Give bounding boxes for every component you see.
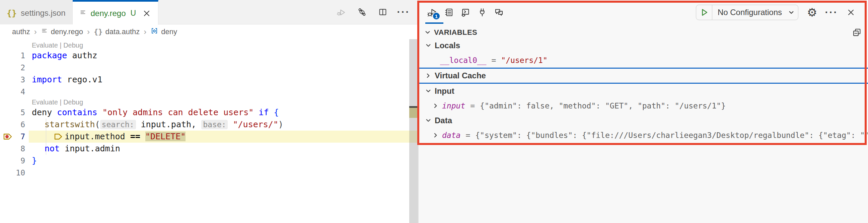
variable-__local0__[interactable]: __local0__="/users/1" [418, 53, 868, 68]
debug-console-icon[interactable] [460, 6, 471, 19]
variables-section-header[interactable]: VARIABLES [423, 28, 862, 37]
code-line-content[interactable]: deny contains "only admins can delete us… [32, 106, 279, 119]
line-number[interactable]: 3 [0, 74, 25, 86]
braces-json-icon: {} [7, 8, 17, 18]
line-number[interactable]: 8 [0, 142, 25, 155]
compare-changes-icon[interactable] [356, 6, 368, 18]
more-actions-icon[interactable]: ··· [398, 6, 409, 18]
code-line-content[interactable]: } [32, 155, 37, 167]
symbol-object-icon [150, 27, 158, 37]
line-number[interactable]: 7 [0, 131, 25, 142]
close-panel-icon[interactable] [845, 6, 857, 19]
code-token: { [274, 107, 279, 117]
codelens-debug-link[interactable]: Debug [63, 41, 83, 49]
settings-gear-icon[interactable]: ⚙ [806, 6, 818, 19]
split-editor-icon[interactable] [377, 6, 389, 18]
code-token: "/users/" [233, 120, 278, 129]
code-token: input.admin [60, 144, 120, 153]
equals-sign: = [491, 56, 496, 65]
code-token [228, 120, 233, 129]
breadcrumb-label: data.authz [105, 28, 140, 36]
tab-deny.rego[interactable]: deny.regoU [73, 0, 159, 25]
code-token: package [32, 51, 67, 60]
code-token: "only admins can delete users" [102, 107, 254, 117]
editor-group: {}settings.jsondeny.regoU ··· authz›deny… [0, 0, 418, 223]
overview-ruler-breakpoint-marker [409, 108, 418, 118]
line-number[interactable]: 2 [0, 62, 25, 74]
code-token: base: [201, 120, 228, 129]
code-token: contains [57, 107, 97, 117]
variable-name: input [442, 101, 465, 110]
debug-configuration-dropdown[interactable]: No Configurations [712, 8, 785, 17]
debug-launch-group: No Configurations [696, 5, 798, 20]
breadcrumb-separator: › [144, 27, 146, 36]
variable-data[interactable]: data={"system": {"bundles": {"file:///Us… [418, 128, 868, 142]
output-icon[interactable] [443, 6, 455, 19]
variable-value: {"system": {"bundles": {"file:///Users/c… [475, 131, 868, 139]
code-token [140, 132, 145, 141]
collapse-all-icon[interactable] [852, 28, 862, 37]
code-line-content[interactable]: input.method == "DELETE" [32, 131, 186, 142]
code-line-8: 8not input.admin [0, 142, 418, 155]
breadcrumb-item-data.authz[interactable]: {}data.authz [94, 28, 140, 36]
codelens-debug-link[interactable]: Debug [63, 98, 83, 106]
codelens: Evaluate | Debug [0, 98, 418, 106]
ports-icon[interactable] [476, 6, 488, 19]
variables-scope-input[interactable]: Input [418, 84, 868, 98]
variables-scope-virtual-cache[interactable]: Virtual Cache [418, 68, 868, 84]
variables-tree: Locals__local0__="/users/1"Virtual Cache… [418, 38, 868, 142]
variable-input[interactable]: input={"admin": false, "method": "GET", … [418, 98, 868, 113]
close-tab-icon[interactable] [142, 9, 151, 18]
line-number[interactable]: 5 [0, 106, 25, 119]
code-line-content[interactable]: not input.admin [32, 142, 120, 155]
run-and-debug-icon[interactable]: 1 [426, 6, 438, 19]
line-number[interactable]: 4 [0, 86, 25, 98]
code-line-content[interactable]: startswith(search: input.path, base: "/u… [32, 119, 283, 131]
code-line-content[interactable]: package authz [32, 50, 97, 62]
breadcrumb-item-deny[interactable]: deny [150, 27, 177, 37]
tabs: {}settings.jsondeny.regoU [0, 0, 158, 25]
code-line-7: 7input.method == "DELETE" [0, 131, 418, 142]
codelens-separator: | [58, 98, 63, 106]
chevron-down-icon [424, 116, 433, 125]
codelens-evaluate-link[interactable]: Evaluate [32, 41, 58, 49]
code-token: rego.v1 [62, 75, 102, 84]
chevron-down-icon [424, 87, 433, 95]
start-debugging-button[interactable] [696, 5, 712, 20]
active-view-indicator [425, 23, 443, 24]
breadcrumb-item-deny.rego[interactable]: deny.rego [41, 27, 83, 36]
variables-section-title: VARIABLES [434, 28, 477, 37]
vscode-window: {}settings.jsondeny.regoU ··· authz›deny… [0, 0, 868, 223]
code-line-10: 10 [0, 167, 418, 179]
chevron-down-icon[interactable] [785, 8, 798, 17]
code-line-1: 1package authz [0, 50, 418, 62]
breadcrumb-label: deny [161, 28, 177, 36]
variables-scope-data[interactable]: Data [418, 113, 868, 128]
breadcrumb-label: authz [12, 28, 30, 36]
codelens-evaluate-link[interactable]: Evaluate [32, 98, 58, 106]
code-line-content[interactable]: import rego.v1 [32, 74, 102, 86]
code-token: } [32, 156, 37, 165]
comments-icon[interactable] [493, 6, 505, 19]
variables-scope-locals[interactable]: Locals [418, 38, 868, 53]
code-token [253, 107, 258, 117]
panel-view-icons: 1 [426, 6, 505, 19]
line-number[interactable]: 1 [0, 50, 25, 62]
line-number[interactable]: 10 [0, 167, 25, 179]
code-line-5: 5deny contains "only admins can delete u… [0, 106, 418, 119]
run-or-debug-icon[interactable] [336, 6, 347, 18]
line-number[interactable]: 9 [0, 155, 25, 167]
file-lines-icon [80, 9, 87, 18]
badge: 1 [432, 12, 440, 20]
code-editor[interactable]: Evaluate | Debug1package authz23import r… [0, 39, 418, 223]
breadcrumb-label: deny.rego [51, 28, 83, 36]
code-token: "DELETE" [145, 132, 186, 141]
codelens-separator: | [58, 41, 63, 49]
tab-settings.json[interactable]: {}settings.json [0, 0, 73, 25]
editor-scrollbar[interactable] [409, 39, 418, 223]
more-actions-icon[interactable]: ··· [826, 6, 837, 19]
debug-side-panel: 1 No Configurations ⚙ ··· VARIABLES Loca… [418, 0, 868, 223]
breadcrumb-item-authz[interactable]: authz [12, 28, 30, 36]
panel-toolbar: 1 No Configurations ⚙ ··· [426, 4, 857, 21]
line-number[interactable]: 6 [0, 119, 25, 131]
